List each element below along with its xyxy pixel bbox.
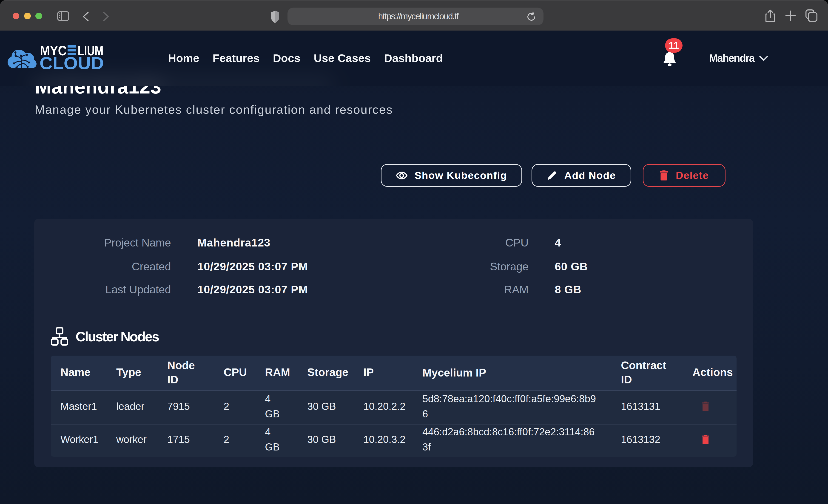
svg-text:CLOUD: CLOUD: [40, 53, 104, 70]
